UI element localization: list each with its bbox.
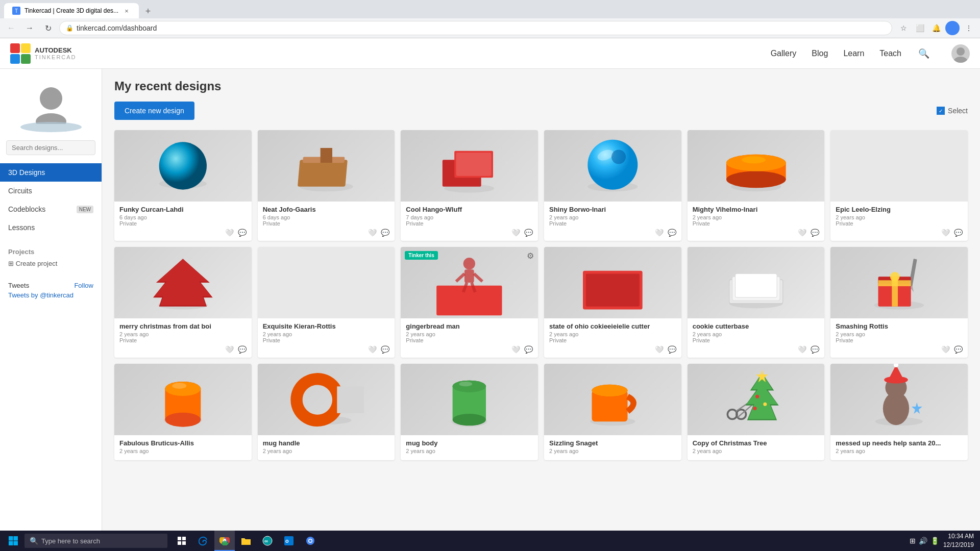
design-meta-17: 2 years ago [693, 448, 820, 454]
design-card-merry-christmas[interactable]: merry christmas from dat boi 2 years ago… [114, 247, 252, 358]
sidebar-projects-section: Projects ⊞ Create project [0, 243, 102, 269]
design-card-christmas-tree[interactable]: Copy of Christmas Tree 2 years ago [688, 364, 825, 460]
volume-icon[interactable]: 🔊 [919, 537, 927, 545]
sidebar-navigation: 3D Designs Circuits Codeblocks NEW Lesso… [0, 163, 102, 237]
blog-link[interactable]: Blog [812, 49, 828, 58]
system-clock[interactable]: 10:34 AM 12/12/2019 [943, 532, 974, 549]
folder-icon [241, 536, 251, 545]
teach-link[interactable]: Teach [879, 49, 901, 58]
browser-profile[interactable] [945, 21, 960, 35]
svg-point-1 [953, 57, 968, 63]
design-card-mighty[interactable]: Mighty Vihelmo-Inari 2 years ago Private… [688, 130, 825, 241]
thumb-svg-12 [830, 247, 968, 318]
design-card-mug-body[interactable]: mug body 2 years ago [401, 364, 538, 460]
design-thumb-11 [688, 247, 825, 318]
design-name-2: Neat Jofo-Gaaris [263, 206, 390, 213]
design-meta-9: 2 years ago Private [406, 331, 533, 343]
follow-link[interactable]: Follow [74, 282, 93, 289]
design-card-ohio[interactable]: state of ohio cokieeieielie cutter 2 yea… [544, 247, 681, 358]
comment-icon-11: 💬 [811, 345, 819, 354]
design-card-funky-curcan[interactable]: Funky Curcan-Lahdi 6 days ago Private 🤍 … [114, 130, 252, 241]
design-card-epic[interactable]: Epic Leelo-Elzing 2 years ago Private 🤍 … [830, 130, 968, 241]
design-card-mug-handle[interactable]: mug handle 2 years ago [258, 364, 395, 460]
chrome-icon-button[interactable] [214, 531, 235, 551]
chrome2-button[interactable] [300, 531, 321, 551]
design-thumb-13 [114, 364, 252, 435]
select-checkbox[interactable]: ✓ [937, 107, 945, 115]
thumb-svg-7 [114, 247, 252, 318]
new-tab-button[interactable]: + [141, 4, 155, 18]
design-info-1: Funky Curcan-Lahdi 6 days ago Private 🤍 … [114, 202, 252, 241]
design-card-smashing[interactable]: Smashing Rottis 2 years ago Private 🤍 💬 [830, 247, 968, 358]
design-card-fabulous[interactable]: Fabulous Bruticus-Allis 2 years ago [114, 364, 252, 460]
logo-cell-green [21, 54, 31, 64]
thumb-svg-3 [401, 130, 538, 202]
main-content: My recent designs Create new design ✓ Se… [102, 69, 980, 533]
tab-close-button[interactable]: × [122, 7, 131, 15]
create-new-design-button[interactable]: Create new design [114, 102, 194, 120]
design-info-12: Smashing Rottis 2 years ago Private 🤍 💬 [830, 318, 968, 358]
tab-favicon: T [12, 7, 20, 15]
design-card-neat-jofo[interactable]: Neat Jofo-Gaaris 6 days ago Private 🤍 💬 [258, 130, 395, 241]
like-icon-3: 🤍 [511, 229, 520, 237]
taskbar-search-icon: 🔍 [30, 537, 38, 545]
battery-icon[interactable]: 🔋 [930, 537, 939, 545]
clock-time: 10:34 AM [943, 532, 974, 541]
forward-button[interactable]: → [22, 21, 37, 35]
design-card-gingerbread[interactable]: Tinker this ⚙ [401, 247, 538, 358]
svg-point-0 [957, 47, 965, 56]
design-card-cookie-cutter[interactable]: cookie cutterbase 2 years ago Private 🤍 … [688, 247, 825, 358]
extensions-icon[interactable]: ⬜ [913, 21, 927, 35]
design-name-9: gingerbread man [406, 322, 533, 330]
design-card-cool-hango[interactable]: Cool Hango-Wluff 7 days ago Private 🤍 💬 [401, 130, 538, 241]
arduino-button[interactable]: ∞ [257, 531, 278, 551]
thumb-svg-11 [688, 247, 825, 318]
notifications-icon[interactable]: 🔔 [929, 21, 943, 35]
design-info-10: state of ohio cokieeieielie cutter 2 yea… [544, 318, 681, 358]
create-project-link[interactable]: ⊞ Create project [0, 258, 102, 269]
sidebar-item-codeblocks[interactable]: Codeblocks NEW [0, 200, 102, 218]
address-text: tinkercad.com/dashboard [77, 24, 886, 32]
svg-point-53 [172, 383, 186, 389]
svg-point-5 [159, 142, 207, 189]
menu-icon[interactable]: ⋮ [962, 21, 976, 35]
sidebar-item-circuits[interactable]: Circuits [0, 182, 102, 200]
address-bar[interactable]: 🔒 tinkercad.com/dashboard [59, 21, 892, 35]
search-designs-input[interactable] [6, 140, 95, 155]
settings-icon-9[interactable]: ⚙ [527, 251, 534, 261]
taskbar-search-box[interactable]: 🔍 Type here to search [24, 534, 167, 548]
design-actions-4: 🤍 💬 [549, 229, 676, 237]
design-card-santa[interactable]: messed up needs help santa 20... 2 years… [830, 364, 968, 460]
svg-point-61 [453, 414, 486, 425]
gallery-link[interactable]: Gallery [771, 49, 797, 58]
svg-point-75 [755, 395, 759, 398]
active-tab[interactable]: T Tinkercad | Create 3D digital des... × [4, 3, 139, 18]
file-explorer-button[interactable] [236, 531, 256, 551]
task-view-button[interactable] [172, 531, 192, 551]
network-icon[interactable]: ⊞ [910, 537, 916, 545]
edge-icon-button[interactable] [193, 531, 213, 551]
design-thumb-5 [688, 130, 825, 202]
reload-button[interactable]: ↻ [41, 21, 55, 35]
design-name-11: cookie cutterbase [693, 322, 820, 330]
start-button[interactable] [2, 531, 24, 551]
design-card-exquisite[interactable]: Exquisite Kieran-Rottis 2 years ago Priv… [258, 247, 395, 358]
bookmark-icon[interactable]: ☆ [896, 21, 911, 35]
design-thumb-6 [830, 130, 968, 202]
design-thumb-9: Tinker this ⚙ [401, 247, 538, 318]
browser-tabs-bar: T Tinkercad | Create 3D digital des... ×… [0, 0, 980, 38]
design-card-sizzling[interactable]: Sizzling Snaget 2 years ago [544, 364, 681, 460]
search-button[interactable]: 🔍 [917, 46, 931, 61]
user-avatar[interactable] [951, 44, 970, 63]
comment-icon-1: 💬 [238, 229, 247, 237]
design-info-16: Sizzling Snaget 2 years ago [544, 435, 681, 460]
design-card-shiny-borwo[interactable]: Shiny Borwo-Inari 2 years ago Private 🤍 … [544, 130, 681, 241]
back-button[interactable]: ← [4, 21, 18, 35]
learn-link[interactable]: Learn [843, 49, 864, 58]
sidebar-item-3d-designs[interactable]: 3D Designs [0, 163, 102, 182]
svg-marker-73 [746, 373, 777, 419]
taskbar-search-text: Type here to search [41, 537, 100, 545]
outlook-button[interactable]: o [279, 531, 299, 551]
tweets-by-link[interactable]: Tweets by @tinkercad [8, 291, 93, 299]
sidebar-item-lessons[interactable]: Lessons [0, 218, 102, 237]
